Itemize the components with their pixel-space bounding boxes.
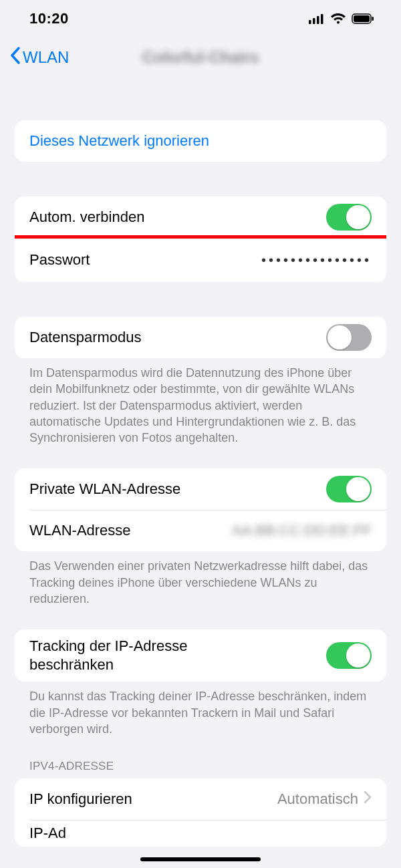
wlan-address-label: WLAN-Adresse bbox=[29, 522, 131, 539]
chevron-right-icon bbox=[364, 790, 372, 808]
svg-rect-6 bbox=[372, 17, 374, 21]
password-label: Passwort bbox=[29, 251, 90, 269]
ipv4-section-header: IPV4-ADRESSE bbox=[15, 760, 386, 778]
svg-rect-1 bbox=[313, 18, 315, 24]
configure-ip-value-wrap: Automatisch bbox=[277, 790, 372, 808]
svg-rect-5 bbox=[354, 15, 370, 22]
cellular-icon bbox=[309, 13, 325, 24]
configure-ip-value: Automatisch bbox=[277, 790, 358, 808]
nav-header: WLAN Colorful-Chairs bbox=[0, 37, 401, 78]
svg-rect-3 bbox=[321, 14, 323, 24]
group-forget: Dieses Netzwerk ignorieren bbox=[15, 120, 386, 162]
configure-ip-row[interactable]: IP konfigurieren Automatisch bbox=[15, 778, 386, 820]
password-row[interactable]: Passwort ••••••••••••••• bbox=[15, 238, 386, 282]
ip-address-label: IP-Ad bbox=[29, 825, 66, 842]
auto-join-label: Autom. verbinden bbox=[29, 208, 144, 226]
chevron-left-icon bbox=[9, 46, 21, 69]
group-private-address: Private WLAN-Adresse WLAN-Adresse AA:BB:… bbox=[15, 468, 386, 551]
group-connection: Autom. verbinden Passwort ••••••••••••••… bbox=[15, 196, 386, 282]
low-data-footer: Im Datensparmodus wird die Datennutzung … bbox=[15, 358, 386, 446]
auto-join-row[interactable]: Autom. verbinden bbox=[15, 196, 386, 238]
limit-ip-label: Tracking der IP-Adresse beschränken bbox=[29, 637, 270, 675]
svg-rect-0 bbox=[309, 20, 311, 24]
group-limit-ip: Tracking der IP-Adresse beschränken bbox=[15, 629, 386, 682]
wlan-address-row: WLAN-Adresse AA:BB:CC:DD:EE:FF bbox=[15, 510, 386, 551]
wifi-icon bbox=[330, 13, 346, 25]
page-title: Colorful-Chairs bbox=[142, 48, 259, 67]
wlan-address-value: AA:BB:CC:DD:EE:FF bbox=[232, 522, 372, 539]
ip-address-row: IP-Ad bbox=[15, 820, 386, 847]
limit-ip-toggle[interactable] bbox=[326, 642, 372, 669]
private-address-row[interactable]: Private WLAN-Adresse bbox=[15, 468, 386, 510]
battery-icon bbox=[352, 13, 374, 24]
low-data-label: Datensparmodus bbox=[29, 329, 142, 346]
low-data-row[interactable]: Datensparmodus bbox=[15, 317, 386, 358]
status-time: 10:20 bbox=[29, 10, 69, 27]
group-ipv4: IP konfigurieren Automatisch IP-Ad bbox=[15, 778, 386, 847]
configure-ip-label: IP konfigurieren bbox=[29, 790, 132, 808]
private-address-label: Private WLAN-Adresse bbox=[29, 480, 180, 498]
svg-rect-2 bbox=[317, 16, 319, 24]
back-button[interactable]: WLAN bbox=[9, 46, 69, 69]
forget-network-button[interactable]: Dieses Netzwerk ignorieren bbox=[15, 120, 386, 162]
private-address-toggle[interactable] bbox=[326, 476, 372, 502]
status-bar: 10:20 bbox=[0, 0, 401, 37]
back-label: WLAN bbox=[23, 48, 69, 67]
password-value: ••••••••••••••• bbox=[261, 253, 372, 268]
home-indicator[interactable] bbox=[140, 857, 261, 861]
limit-ip-footer: Du kannst das Tracking deiner IP-Adresse… bbox=[15, 682, 386, 737]
private-address-footer: Das Verwenden einer privaten Netzwerkadr… bbox=[15, 551, 386, 607]
auto-join-toggle[interactable] bbox=[326, 204, 372, 231]
low-data-toggle[interactable] bbox=[326, 324, 372, 351]
limit-ip-row[interactable]: Tracking der IP-Adresse beschränken bbox=[15, 629, 386, 682]
group-lowdata: Datensparmodus bbox=[15, 317, 386, 358]
forget-network-label: Dieses Netzwerk ignorieren bbox=[29, 132, 209, 150]
status-icons bbox=[309, 13, 374, 25]
